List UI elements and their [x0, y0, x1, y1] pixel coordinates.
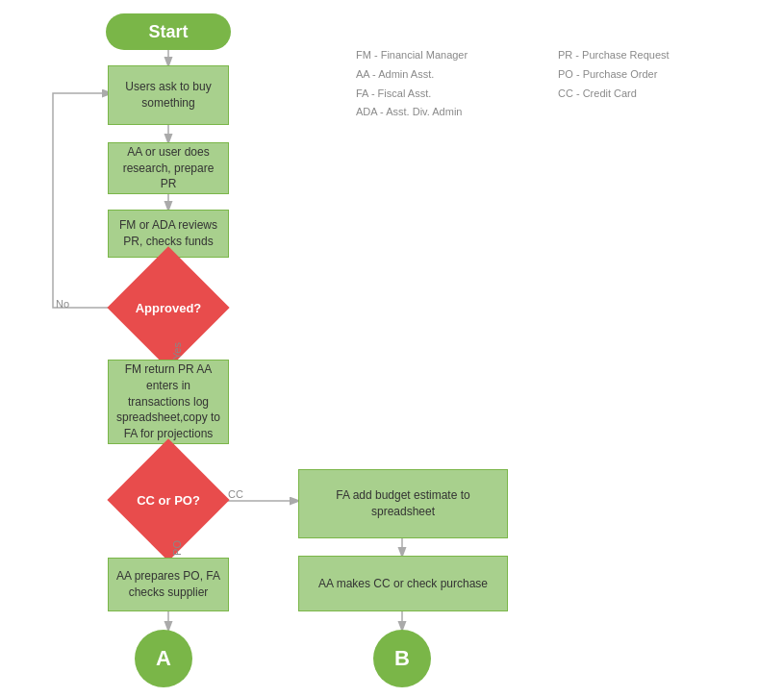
label-yes: Yes — [171, 342, 183, 360]
step2-node: AA or user does research, prepare PR — [108, 142, 229, 194]
label-no: No — [56, 298, 69, 310]
step1-node: Users ask to buy something — [108, 65, 229, 125]
decision1-node: Approved? — [125, 273, 212, 342]
decision2-node: CC or PO? — [125, 460, 212, 540]
legend-left: FM - Financial Manager AA - Admin Asst. … — [356, 46, 468, 122]
label-cc: CC — [228, 488, 243, 500]
badge-a: A — [135, 630, 192, 687]
legend-right: PR - Purchase Request PO - Purchase Orde… — [558, 46, 670, 103]
badge-b: B — [373, 630, 431, 687]
step5-po-node: AA prepares PO, FA checks supplier — [108, 558, 229, 611]
step6-cc-node: AA makes CC or check purchase — [298, 556, 508, 611]
step5-cc-node: FA add budget estimate to spreadsheet — [298, 469, 508, 538]
label-po: PO — [171, 540, 183, 556]
step4-node: FM return PR AA enters in transactions l… — [108, 360, 229, 444]
start-node: Start — [106, 13, 231, 50]
